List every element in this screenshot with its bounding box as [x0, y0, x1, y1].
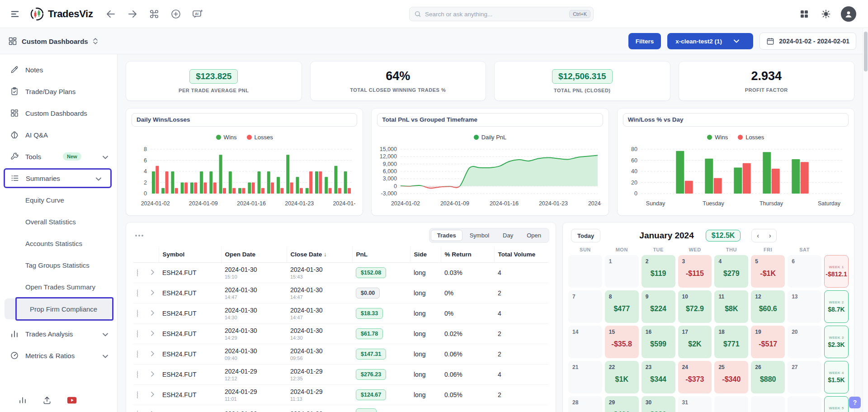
drag-handle-icon[interactable]	[137, 370, 138, 379]
calendar-day-18[interactable]: 18$771	[714, 326, 748, 358]
page-scrollbar[interactable]	[863, 28, 868, 412]
calendar-day-10[interactable]: 10$72.9	[678, 290, 712, 323]
legend-item[interactable]: Daily PnL	[474, 134, 507, 141]
column-header-return[interactable]: % Return	[441, 246, 494, 263]
column-header-pnl[interactable]: PnL	[352, 246, 410, 263]
drag-handle-icon[interactable]	[137, 269, 138, 277]
dashboard-selector-dropdown[interactable]: x-clean-test2 (1)	[667, 33, 753, 49]
back-arrow-icon[interactable]	[104, 7, 118, 21]
legend-item[interactable]: Losses	[738, 134, 764, 141]
theme-sun-icon[interactable]	[819, 7, 833, 21]
sort-toggle-icon[interactable]	[93, 37, 98, 45]
calendar-day-11[interactable]: 11$8K	[714, 290, 748, 323]
calendar-day-15[interactable]: 15-$35.8	[605, 326, 639, 358]
column-header-side[interactable]: Side	[410, 246, 441, 263]
column-header-total-volume[interactable]: Total Volume	[494, 246, 548, 263]
calendar-day-8[interactable]: 8$477	[605, 290, 639, 323]
calendar-day-24[interactable]: 24-$373	[678, 361, 712, 393]
legend-item[interactable]: Wins	[707, 134, 728, 141]
calendar-day-28[interactable]: 28	[568, 396, 602, 412]
calendar-day-17[interactable]: 17$2K	[678, 326, 712, 358]
drag-handle-icon[interactable]	[137, 309, 138, 317]
forward-arrow-icon[interactable]	[126, 7, 139, 21]
sidebar-item-equity-curve[interactable]: Equity Curve	[0, 189, 117, 211]
column-header-close-date[interactable]: Close Date ↓	[287, 246, 352, 263]
calendar-day-5[interactable]: 5-$1K	[751, 255, 785, 288]
sidebar-item-metrics-ratios[interactable]: Metrics & Ratios	[0, 345, 117, 366]
scrollbar-thumb[interactable]	[864, 32, 868, 71]
expand-row-icon[interactable]	[151, 331, 155, 337]
column-header-symbol[interactable]: Symbol	[159, 246, 221, 263]
sidebar-item-overall-statistics[interactable]: Overall Statistics	[0, 211, 117, 232]
table-row[interactable]: ESH24.FUT2024-01-3014:292024-01-3014:30$…	[133, 324, 548, 344]
date-range-picker[interactable]: 2024-01-02 - 2024-02-01	[760, 33, 856, 50]
legend-item[interactable]: Wins	[216, 134, 237, 141]
equalizer-icon[interactable]	[18, 396, 27, 407]
chart-title[interactable]: Daily Wins/Losses	[132, 113, 357, 127]
sidebar-item-open-trades-summary[interactable]: Open Trades Summary	[0, 276, 117, 298]
column-header-open-date[interactable]: Open Date	[221, 246, 287, 263]
more-options-icon[interactable]	[133, 233, 145, 238]
calendar-day-9[interactable]: 9$224	[642, 290, 675, 323]
calendar-day-7[interactable]: 7	[568, 290, 602, 323]
ai-chat-icon[interactable]: AI	[191, 7, 204, 21]
table-row[interactable]: ESH24.FUT2024-01-3015:102024-01-3015:43$…	[133, 263, 548, 283]
prev-month-button[interactable]: ‹	[752, 232, 764, 239]
upload-icon[interactable]	[42, 396, 52, 407]
legend-item[interactable]: Losses	[247, 134, 273, 141]
calendar-day-empty[interactable]	[788, 396, 821, 412]
calendar-day-2[interactable]: 2$119	[642, 255, 675, 288]
calendar-day-25[interactable]: 25-$340	[714, 361, 748, 393]
calendar-day-empty[interactable]	[714, 396, 748, 412]
calendar-day-3[interactable]: 3-$115	[678, 255, 712, 288]
sidebar-item-tag-groups-statistics[interactable]: Tag Groups Statistics	[0, 254, 117, 276]
calendar-day-20[interactable]: 20	[788, 326, 821, 358]
expand-row-icon[interactable]	[151, 351, 155, 358]
calendar-day-empty[interactable]	[751, 396, 785, 412]
table-row[interactable]: ESH24.FUT2024-01-2911:012024-01-2911:13$…	[133, 385, 548, 405]
sidebar-item-summaries[interactable]: Summaries	[4, 168, 112, 188]
calendar-day-27[interactable]: 27	[788, 361, 821, 393]
calendar-day-16[interactable]: 16$599	[642, 326, 675, 358]
calendar-day-31[interactable]: 31	[678, 396, 712, 412]
sidebar-item-prop-firm-compliance[interactable]: Prop Firm Compliance	[5, 298, 112, 319]
calendar-day-4[interactable]: 4$279	[714, 255, 748, 288]
sidebar-item-accounts-statistics[interactable]: Accounts Statistics	[0, 232, 117, 254]
drag-handle-icon[interactable]	[137, 330, 138, 338]
calendar-day-6[interactable]: 6	[788, 255, 821, 288]
calendar-day-1[interactable]: 1	[605, 255, 639, 288]
table-tab-trades[interactable]: Trades	[431, 230, 462, 241]
help-widget[interactable]: ?	[849, 397, 861, 408]
add-widget-icon[interactable]	[169, 7, 183, 21]
calendar-day-23[interactable]: 23$344	[642, 361, 675, 393]
expand-row-icon[interactable]	[151, 372, 155, 378]
today-button[interactable]: Today	[571, 229, 600, 242]
filters-button[interactable]: Filters	[628, 33, 661, 49]
sidebar-item-ai-q-a[interactable]: AI Q&A	[0, 124, 117, 146]
next-month-button[interactable]: ›	[764, 232, 776, 239]
table-tab-symbol[interactable]: Symbol	[463, 230, 495, 241]
calendar-day-26[interactable]: 26$880	[751, 361, 785, 393]
calendar-day-12[interactable]: 12$60.6	[751, 290, 785, 323]
youtube-icon[interactable]	[67, 396, 77, 406]
calendar-day-14[interactable]: 14	[568, 326, 602, 358]
calendar-day-21[interactable]: 21	[568, 361, 602, 393]
expand-row-icon[interactable]	[151, 392, 155, 398]
table-row[interactable]: 2024-01-262024-01-26	[133, 405, 548, 412]
calendar-day-empty[interactable]	[568, 255, 602, 288]
calendar-day-30[interactable]: 30$380	[642, 396, 675, 412]
chart-title[interactable]: Win/Loss % vs Day	[623, 113, 849, 127]
table-row[interactable]: ESH24.FUT2024-01-3009:402024-01-3009:56$…	[133, 344, 548, 365]
apps-grid-icon[interactable]	[797, 7, 811, 21]
sidebar-item-tools[interactable]: ToolsNew	[0, 146, 117, 167]
table-row[interactable]: ESH24.FUT2024-01-3014:472024-01-3014:47$…	[133, 283, 548, 303]
drag-handle-icon[interactable]	[137, 350, 138, 358]
table-tab-open[interactable]: Open	[520, 230, 547, 241]
tradesviz-logo[interactable]: TradesViz	[30, 7, 93, 21]
sidebar-item-notes[interactable]: Notes	[0, 59, 117, 81]
sidebar-item-trade-day-plans[interactable]: Trade/Day Plans	[0, 81, 117, 102]
search-input[interactable]	[425, 11, 569, 18]
expand-row-icon[interactable]	[151, 311, 155, 317]
sidebar-item-trades-analysis[interactable]: Trades Analysis	[0, 323, 117, 345]
calendar-day-29[interactable]: 29$401	[605, 396, 639, 412]
